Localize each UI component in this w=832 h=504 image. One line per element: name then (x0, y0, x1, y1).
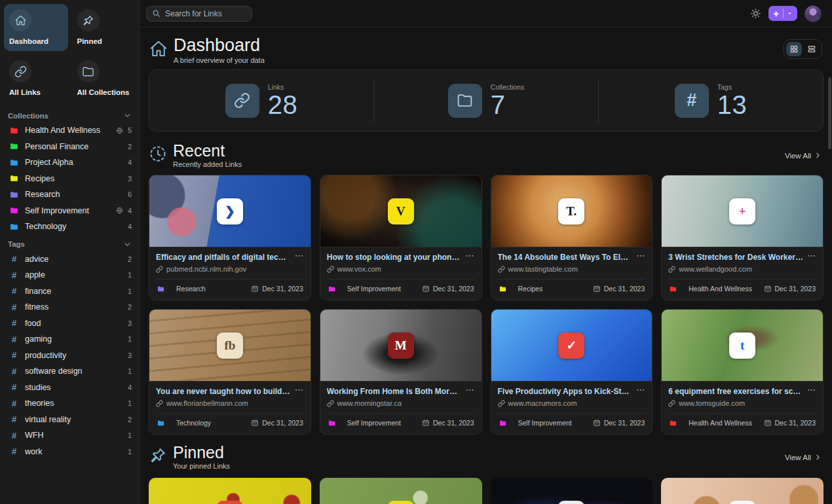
card-menu-icon[interactable]: ⋯ (466, 253, 475, 259)
collection-item[interactable]: Research 6 (0, 187, 140, 203)
link-card[interactable]: V How to stop looking at your phone - Vo… (320, 175, 482, 300)
dashboard-header: Dashboard A brief overview of your data (149, 35, 823, 64)
link-title[interactable]: The 14 Absolute Best Ways To Elevate Fr.… (498, 253, 633, 262)
tag-item[interactable]: # theories 1 (0, 395, 140, 412)
collection-item[interactable]: Personal Finance 2 (0, 139, 140, 155)
sidebar-item-pinned[interactable]: Pinned (72, 4, 136, 51)
pinned-view-all-link[interactable]: View All (785, 453, 822, 461)
add-new-button[interactable]: + (768, 6, 797, 21)
link-icon (9, 60, 31, 82)
collection-name: Personal Finance (25, 142, 126, 151)
calendar-icon (764, 419, 772, 427)
collections-section-header[interactable]: Collections (0, 106, 140, 122)
collection-item[interactable]: Project Alpha 4 (0, 154, 140, 171)
link-icon (498, 400, 505, 407)
link-card[interactable]: T. The 14 Absolute Best Ways To Elevate … (491, 175, 653, 300)
tag-name: fitness (25, 302, 126, 312)
folder-icon (499, 420, 508, 427)
tag-item[interactable]: # software design 1 (0, 363, 140, 380)
tag-item[interactable]: # food 3 (0, 315, 140, 332)
card-menu-icon[interactable]: ⋯ (295, 387, 304, 393)
list-view-button[interactable] (804, 42, 820, 56)
link-title[interactable]: Efficacy and pitfalls of digital technol… (156, 253, 291, 262)
card-menu-icon[interactable]: ⋯ (807, 387, 816, 393)
sidebar-item-all-links[interactable]: All Links (4, 55, 68, 102)
collection-item[interactable]: Technology 4 (0, 219, 140, 235)
tag-item[interactable]: # fitness 2 (0, 299, 140, 315)
collection-item[interactable]: Recipes 3 (0, 171, 140, 187)
page-title: Dashboard (174, 35, 265, 56)
link-title[interactable]: Five Productivity Apps to Kick-Start the… (498, 387, 633, 396)
card-collection[interactable]: Health And Wellness (669, 285, 752, 293)
tags-section-label: Tags (8, 240, 25, 248)
card-collection[interactable]: Recipes (499, 285, 543, 293)
collection-item[interactable]: Self Improvement 4 (0, 203, 140, 219)
link-title[interactable]: How to stop looking at your phone - Vox (327, 253, 462, 262)
link-url[interactable]: pubmed.ncbi.nlm.nih.gov (156, 265, 304, 273)
card-collection[interactable]: Self Improvement (328, 285, 401, 293)
link-card[interactable]: t 6 equipment free exercises for sculpti… (661, 309, 823, 435)
tag-count: 2 (126, 255, 132, 263)
card-menu-icon[interactable]: ⋯ (636, 387, 645, 393)
pinned-card[interactable] (320, 478, 482, 504)
link-url[interactable]: www.macrumors.com (498, 399, 646, 407)
link-url[interactable]: www.tastingtable.com (498, 265, 646, 273)
card-collection[interactable]: Health And Wellness (669, 419, 752, 427)
link-card[interactable]: + 3 Wrist Stretches for Desk Workers to … (661, 175, 823, 300)
tag-item[interactable]: # WFH 1 (0, 427, 140, 444)
search-box[interactable] (146, 6, 252, 22)
sidebar-item-label: Pinned (77, 37, 131, 45)
collection-count: 2 (126, 143, 132, 151)
sidebar-item-label: All Collections (77, 88, 131, 96)
pinned-card[interactable] (149, 478, 311, 504)
stats-panel: Links 28 Collections 7 # (149, 69, 823, 132)
card-date: Dec 31, 2023 (593, 285, 645, 293)
link-title[interactable]: 6 equipment free exercises for sculpting… (668, 387, 803, 396)
link-title[interactable]: 3 Wrist Stretches for Desk Workers to D.… (668, 253, 803, 262)
search-input[interactable] (165, 9, 246, 18)
card-menu-icon[interactable]: ⋯ (807, 253, 816, 259)
pin-icon (77, 9, 100, 31)
caret-down-icon[interactable] (784, 10, 793, 16)
link-url[interactable]: www.vox.com (327, 265, 475, 273)
tag-item[interactable]: # work 1 (0, 444, 140, 460)
theme-toggle-sun-icon[interactable] (750, 8, 761, 19)
tags-section-header[interactable]: Tags (0, 235, 140, 251)
link-icon (156, 266, 163, 273)
sidebar-item-dashboard[interactable]: Dashboard (4, 4, 68, 51)
link-title[interactable]: You are never taught how to build qualit… (156, 387, 291, 396)
scrollbar-thumb[interactable] (828, 77, 831, 149)
tag-item[interactable]: # studies 4 (0, 380, 140, 396)
pinned-card[interactable] (491, 478, 653, 504)
link-card[interactable]: ❯ Efficacy and pitfalls of digital techn… (149, 175, 311, 300)
card-collection[interactable]: Self Improvement (499, 419, 572, 427)
tag-item[interactable]: # advice 2 (0, 251, 140, 268)
recent-view-all-link[interactable]: View All (785, 151, 822, 160)
card-menu-icon[interactable]: ⋯ (466, 387, 475, 393)
card-menu-icon[interactable]: ⋯ (295, 253, 304, 259)
link-title[interactable]: Working From Home Is Both More and L... (327, 387, 462, 396)
link-card[interactable]: M Working From Home Is Both More and L..… (320, 309, 482, 435)
link-card[interactable]: ✓ Five Productivity Apps to Kick-Start t… (491, 309, 653, 435)
tag-item[interactable]: # productivity 3 (0, 348, 140, 364)
tag-item[interactable]: # gaming 1 (0, 331, 140, 348)
sidebar-item-all-collections[interactable]: All Collections (72, 55, 136, 102)
user-avatar[interactable] (804, 5, 822, 22)
link-url[interactable]: www.wellandgood.com (668, 265, 816, 273)
site-logo-badge: ❯ (217, 198, 243, 225)
link-url[interactable]: www.florianbellmann.com (156, 399, 304, 407)
grid-view-button[interactable] (786, 42, 802, 56)
card-collection[interactable]: Technology (157, 419, 211, 427)
tag-item[interactable]: # virtual reality 2 (0, 412, 140, 428)
link-url[interactable]: www.morningstar.ca (327, 399, 475, 407)
tag-item[interactable]: # finance 1 (0, 283, 140, 300)
link-url[interactable]: www.tomsguide.com (668, 399, 816, 407)
link-card[interactable]: fb You are never taught how to build qua… (149, 309, 311, 435)
card-collection[interactable]: Self Improvement (328, 419, 401, 427)
collection-item[interactable]: Health And Wellness 5 (0, 122, 140, 139)
tag-item[interactable]: # apple 1 (0, 267, 140, 283)
card-menu-icon[interactable]: ⋯ (636, 253, 645, 259)
link-icon (156, 400, 163, 407)
card-collection[interactable]: Research (157, 285, 206, 293)
pinned-card[interactable] (661, 478, 823, 504)
